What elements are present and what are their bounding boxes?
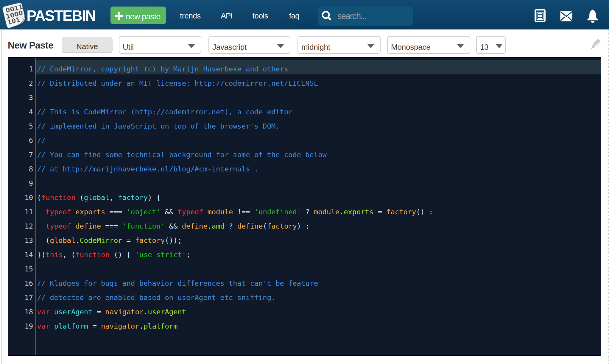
select-theme-value: midnight: [301, 37, 330, 54]
code-line-13[interactable]: (global.CodeMirror = factory());: [35, 232, 601, 246]
line-number-19: 19: [8, 317, 33, 332]
pastes-list-icon[interactable]: [535, 9, 546, 23]
line-number-6: 6: [8, 132, 33, 146]
messages-icon[interactable]: [560, 11, 572, 21]
code-line-9[interactable]: [35, 174, 601, 189]
code-line-5[interactable]: // implemented in JavaScript on top of t…: [35, 117, 601, 132]
line-number-13: 13: [8, 232, 33, 246]
page-title: New Paste: [8, 40, 53, 51]
select-font[interactable]: Monospace: [387, 36, 470, 54]
select-category-value: Util: [123, 37, 134, 54]
code-line-14[interactable]: }(this, (function () { 'use strict';: [35, 246, 601, 260]
nav-item-tools[interactable]: tools: [253, 11, 268, 20]
chevron-down-icon: [496, 44, 502, 48]
code-line-8[interactable]: // at http://marijnhaverbeke.nl/blog/#cm…: [35, 160, 601, 174]
code-line-17[interactable]: // detected are enabled based on userAge…: [35, 289, 601, 303]
search-box: [318, 7, 413, 26]
line-number-5: 5: [8, 117, 33, 132]
line-number-3: 3: [8, 89, 33, 103]
select-fontsize[interactable]: 13: [476, 36, 506, 54]
line-number-2: 2: [8, 74, 33, 89]
new-paste-button[interactable]: new paste: [110, 7, 166, 24]
plus-icon: [115, 12, 123, 20]
code-line-19[interactable]: var platform = navigator.platform: [35, 317, 601, 332]
editor-lines: // CodeMirror, copyright (c) by Marijn H…: [35, 60, 601, 332]
code-line-12[interactable]: typeof define === 'function' && define.a…: [35, 217, 601, 232]
select-fontsize-value: 13: [480, 37, 489, 54]
native-button[interactable]: Native: [62, 37, 113, 53]
code-line-2[interactable]: // Distributed under an MIT license: htt…: [35, 74, 601, 89]
line-number-18: 18: [8, 303, 33, 317]
search-input[interactable]: [337, 7, 409, 26]
select-category[interactable]: Util: [119, 36, 201, 54]
chevron-down-icon: [277, 44, 284, 48]
line-number-8: 8: [8, 160, 33, 174]
edit-pencil-icon[interactable]: [589, 38, 602, 50]
code-line-16[interactable]: // Kludges for bugs and behavior differe…: [35, 274, 601, 289]
search-icon: [322, 11, 331, 20]
header: 0011 1000 101 PASTEBIN new paste trends …: [0, 0, 609, 29]
pastebin-logo-icon[interactable]: 0011 1000 101: [2, 2, 26, 29]
line-number-12: 12: [8, 217, 33, 232]
code-line-6[interactable]: //: [35, 132, 601, 146]
page-right-dotted-border[interactable]: [608, 30, 609, 364]
new-paste-button-label: new paste: [126, 8, 161, 26]
line-number-7: 7: [8, 146, 33, 160]
chevron-down-icon: [367, 44, 374, 48]
editor-gutter: 12345678910111213141516171819: [8, 58, 35, 355]
code-line-3[interactable]: [35, 89, 601, 103]
code-line-15[interactable]: [35, 260, 601, 274]
line-number-15: 15: [8, 260, 33, 274]
line-number-16: 16: [8, 274, 33, 289]
select-language[interactable]: Javascript: [208, 36, 290, 54]
line-number-4: 4: [8, 103, 33, 117]
chevron-down-icon: [188, 44, 195, 48]
code-line-18[interactable]: var userAgent = navigator.userAgent: [35, 303, 601, 317]
line-number-1: 1: [8, 60, 33, 74]
select-font-value: Monospace: [391, 37, 431, 54]
nav-item-trends[interactable]: trends: [180, 11, 200, 20]
notifications-icon[interactable]: [587, 10, 599, 23]
line-number-17: 17: [8, 289, 33, 303]
line-number-11: 11: [8, 203, 33, 217]
page-left-border: [1, 30, 2, 364]
code-line-10[interactable]: (function (global, factory) {: [35, 189, 601, 203]
select-language-value: Javascript: [212, 37, 247, 54]
nav-item-faq[interactable]: faq: [289, 11, 300, 20]
line-number-9: 9: [8, 174, 33, 189]
line-number-14: 14: [8, 246, 33, 260]
header-divider: [0, 30, 609, 30]
code-editor[interactable]: 12345678910111213141516171819 // CodeMir…: [8, 57, 601, 356]
code-line-7[interactable]: // You can find some technical backgroun…: [35, 146, 601, 160]
select-theme[interactable]: midnight: [298, 36, 381, 54]
nav-item-api[interactable]: API: [221, 11, 233, 20]
line-number-10: 10: [8, 189, 33, 203]
brand-wordmark[interactable]: PASTEBIN: [27, 7, 95, 24]
code-line-4[interactable]: // This is CodeMirror (http://codemirror…: [35, 103, 601, 117]
chevron-down-icon: [457, 44, 464, 48]
code-line-1[interactable]: // CodeMirror, copyright (c) by Marijn H…: [35, 60, 601, 74]
code-line-11[interactable]: typeof exports === 'object' && typeof mo…: [35, 203, 601, 217]
